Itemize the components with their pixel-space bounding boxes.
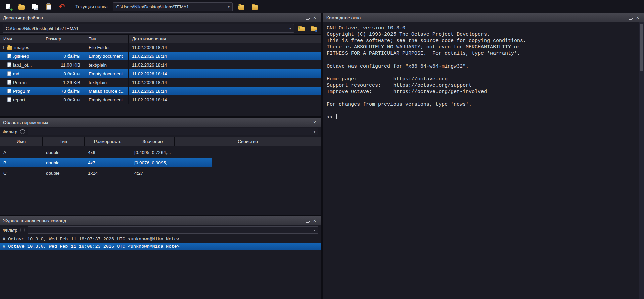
paste-button[interactable] <box>44 2 53 11</box>
filter-combobox[interactable]: ▾ <box>28 128 318 135</box>
table-row[interactable]: report 0 байты Empty document 11.02.2026… <box>0 95 321 104</box>
var-attr <box>175 148 212 157</box>
file-size: 0 байты <box>42 95 85 104</box>
panel-title: Область переменных <box>3 120 48 125</box>
file-path-combobox[interactable]: C:/Users/Nika/Desktop/it-labs/TEMA1 ▾ <box>3 24 294 33</box>
variable-row[interactable]: B double 4x7 [0.9076, 0.9095,... <box>0 158 212 167</box>
file-date: 11.02.2026 18:14 <box>129 43 321 52</box>
file-size: 1,29 KiB <box>42 78 85 87</box>
file-type: Empty document <box>85 69 129 78</box>
file-name: report <box>13 97 25 102</box>
column-header[interactable]: Дата изменения <box>129 35 321 43</box>
var-dims: 4x7 <box>85 158 131 167</box>
column-header[interactable]: Имя <box>0 35 42 43</box>
column-header[interactable]: Размер <box>42 35 85 43</box>
folder-actions-button[interactable] <box>309 24 318 33</box>
undock-icon <box>306 16 310 20</box>
var-value: 4:27 <box>131 169 175 177</box>
table-row[interactable]: Perem 1,29 KiB text/plain 11.02.2026 18:… <box>0 78 321 87</box>
terminal-prompt: >> <box>327 115 336 120</box>
open-file-button[interactable] <box>17 2 26 11</box>
undock-icon <box>629 16 633 20</box>
filter-combobox[interactable]: ▾ <box>28 226 318 234</box>
scrollbar-thumb[interactable] <box>640 24 643 71</box>
table-row[interactable]: lab1_ot... 11,00 KiB text/plain 11.02.20… <box>0 60 321 69</box>
var-attr <box>175 169 212 177</box>
undock-button[interactable] <box>305 119 311 125</box>
octave-main-window: + ↶ Текущая папка: C:\Users\Nika\Desktop… <box>0 0 644 299</box>
file-browser-panel: Диспетчер файлов × C:/Users/Nika/Desktop… <box>0 13 321 116</box>
folder-up-icon: ↑ <box>238 5 244 10</box>
dir-up-button[interactable]: ↑ <box>297 24 306 33</box>
terminal-output[interactable]: GNU Octave, version 10.3.0 Copyright (C)… <box>323 22 639 299</box>
current-folder-combobox[interactable]: C:\Users\Nika\Desktop\it-labs\TEMA1 ▾ <box>113 2 233 11</box>
var-type: double <box>43 158 85 167</box>
file-size: 0 байты <box>42 69 85 78</box>
close-icon: × <box>636 15 639 20</box>
column-header[interactable]: Свойство <box>175 137 321 146</box>
table-row[interactable]: md 0 байты Empty document 11.02.2026 18:… <box>0 69 321 78</box>
undo-icon: ↶ <box>59 3 65 10</box>
close-icon: × <box>313 15 316 20</box>
undo-button[interactable]: ↶ <box>57 2 66 11</box>
command-window-titlebar: Командное окно × <box>323 13 644 22</box>
filter-checkbox[interactable] <box>20 228 25 232</box>
column-header[interactable]: Тип <box>43 137 85 146</box>
table-row[interactable]: .gitkeep 0 байты Empty document 11.02.20… <box>0 52 321 60</box>
column-header[interactable]: Тип <box>85 35 129 43</box>
current-folder-value: C:\Users\Nika\Desktop\it-labs\TEMA1 <box>116 4 189 9</box>
file-type: text/plain <box>85 78 129 87</box>
close-button[interactable]: × <box>311 15 318 21</box>
undock-button[interactable] <box>305 15 311 21</box>
file-name: .gitkeep <box>13 54 29 59</box>
var-dims: 4x6 <box>85 148 131 157</box>
chevron-down-icon: ▾ <box>225 5 230 9</box>
copy-icon <box>32 4 38 10</box>
history-entry[interactable]: # Octave 10.3.0, Wed Feb 11 18:07:37 202… <box>0 235 321 243</box>
column-header[interactable]: Значение <box>131 137 175 146</box>
file-type: text/plain <box>85 60 129 69</box>
undock-button[interactable] <box>305 218 311 224</box>
vertical-scrollbar[interactable] <box>639 22 644 299</box>
file-icon <box>7 97 11 102</box>
folder-icon <box>7 46 12 50</box>
folder-up-button[interactable]: ↑ <box>237 2 246 11</box>
chevron-down-icon: ▾ <box>287 27 291 30</box>
table-row[interactable]: Prog1.m 73 байты Matlab source c... 11.0… <box>0 87 321 95</box>
file-name: md <box>13 71 19 76</box>
main-toolbar: + ↶ Текущая папка: C:\Users\Nika\Desktop… <box>0 0 644 13</box>
variable-row[interactable]: A double 4x6 [0.4095, 0.7264,... <box>0 148 212 157</box>
plus-badge-icon: + <box>10 8 13 11</box>
browse-folder-button[interactable] <box>250 2 260 11</box>
copy-button[interactable] <box>30 2 40 11</box>
column-header[interactable]: Размерность <box>85 137 131 146</box>
close-button[interactable]: × <box>311 119 318 125</box>
chevron-down-icon: ▾ <box>311 130 315 134</box>
files-table-header: Имя Размер Тип Дата изменения <box>0 34 321 43</box>
close-button[interactable]: × <box>634 15 641 21</box>
undock-button[interactable] <box>628 15 634 21</box>
file-icon <box>7 80 11 85</box>
filter-label: Фильтр <box>3 129 17 134</box>
history-entry[interactable]: # Octave 10.3.0, Wed Feb 11 18:08:23 202… <box>0 243 321 250</box>
new-script-button[interactable]: + <box>3 2 13 11</box>
expander-icon[interactable]: ❯ <box>1 46 5 49</box>
table-row[interactable]: ❯ images File Folder 11.02.2026 18:14 <box>0 43 321 52</box>
paste-icon <box>46 4 51 10</box>
var-name: B <box>0 158 43 167</box>
panel-title: Командное окно <box>326 15 361 20</box>
file-browser-titlebar: Диспетчер файлов × <box>0 13 321 22</box>
file-icon <box>7 89 11 93</box>
close-icon: × <box>313 120 316 125</box>
filter-label: Фильтр <box>3 228 17 233</box>
column-header[interactable]: Имя <box>0 137 43 146</box>
file-date: 11.02.2026 18:14 <box>129 52 321 60</box>
main-area: Диспетчер файлов × C:/Users/Nika/Desktop… <box>0 13 644 299</box>
filter-checkbox[interactable] <box>20 129 25 134</box>
var-name: C <box>0 169 43 177</box>
variable-row[interactable]: C double 1x24 4:27 <box>0 169 212 177</box>
close-button[interactable]: × <box>311 218 318 224</box>
chevron-down-icon: ▾ <box>311 228 315 232</box>
file-date: 11.02.2026 18:14 <box>129 69 321 78</box>
file-name: Prog1.m <box>13 89 30 94</box>
